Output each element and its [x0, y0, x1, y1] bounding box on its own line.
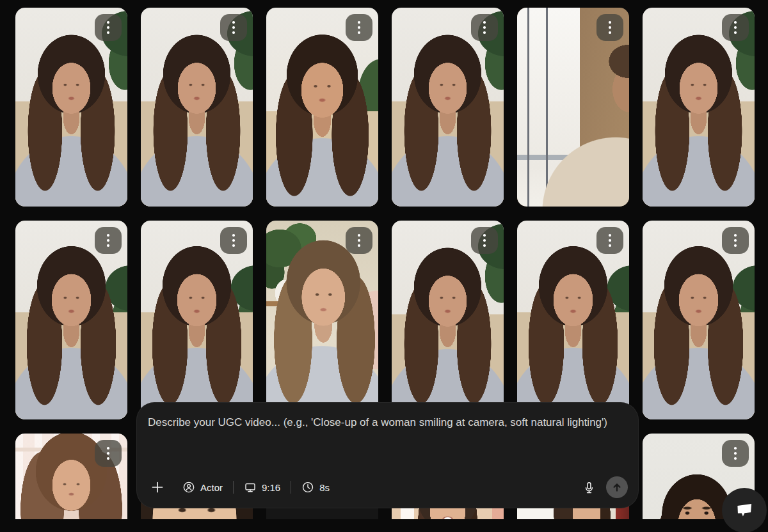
app-root: Describe your UGC video... (e.g., 'Close…: [0, 0, 768, 532]
card-menu-button[interactable]: [596, 14, 623, 41]
prompt-box: Describe your UGC video... (e.g., 'Close…: [136, 402, 639, 508]
actor-select[interactable]: Actor: [180, 481, 225, 494]
card-menu-button[interactable]: [220, 14, 247, 41]
chat-bubble-icon: [733, 499, 756, 522]
video-card[interactable]: [266, 221, 378, 419]
card-menu-button[interactable]: [220, 227, 247, 254]
kebab-menu-icon: [107, 452, 109, 455]
kebab-menu-icon: [609, 26, 611, 29]
video-card[interactable]: [517, 221, 629, 419]
kebab-menu-icon: [358, 239, 360, 242]
video-card[interactable]: [15, 221, 127, 419]
plus-icon: [150, 480, 164, 494]
clock-icon: [301, 481, 314, 494]
chat-widget-button[interactable]: [722, 488, 767, 532]
aspect-ratio-select[interactable]: 9:16: [241, 481, 283, 494]
microphone-icon: [582, 481, 596, 494]
card-menu-button[interactable]: [596, 227, 623, 254]
actor-label: Actor: [200, 482, 223, 493]
video-card[interactable]: [141, 8, 253, 207]
kebab-menu-icon: [734, 239, 737, 242]
arrow-up-icon: [611, 481, 623, 493]
video-card[interactable]: [643, 8, 755, 207]
card-menu-button[interactable]: [95, 14, 122, 41]
aspect-ratio-label: 9:16: [262, 482, 280, 493]
kebab-menu-icon: [232, 239, 235, 242]
card-menu-button[interactable]: [346, 14, 372, 41]
divider: [291, 481, 291, 494]
divider: [233, 481, 234, 494]
video-card[interactable]: [15, 434, 127, 519]
kebab-menu-icon: [734, 26, 737, 29]
card-menu-button[interactable]: [722, 440, 749, 467]
card-menu-button[interactable]: [722, 14, 749, 41]
kebab-menu-icon: [358, 26, 360, 29]
video-card[interactable]: [643, 221, 755, 419]
card-menu-button[interactable]: [346, 227, 372, 254]
mic-button[interactable]: [582, 481, 596, 494]
kebab-menu-icon: [609, 239, 611, 242]
person-circle-icon: [182, 481, 195, 494]
video-card[interactable]: [266, 8, 378, 207]
card-menu-button[interactable]: [95, 227, 122, 254]
video-card[interactable]: [141, 221, 253, 419]
duration-label: 8s: [319, 482, 330, 493]
card-menu-button[interactable]: [722, 227, 749, 254]
prompt-controls: Actor 9:16 8s: [150, 476, 628, 498]
kebab-menu-icon: [483, 26, 486, 29]
kebab-menu-icon: [107, 26, 109, 29]
duration-select[interactable]: 8s: [299, 481, 332, 494]
card-menu-button[interactable]: [471, 227, 498, 254]
kebab-menu-icon: [107, 239, 109, 242]
video-card[interactable]: [15, 8, 127, 207]
kebab-menu-icon: [232, 26, 235, 29]
monitor-icon: [244, 481, 257, 494]
video-card[interactable]: [392, 8, 504, 207]
submit-button[interactable]: [606, 476, 628, 498]
video-card[interactable]: [517, 8, 629, 207]
card-menu-button[interactable]: [95, 440, 122, 467]
kebab-menu-icon: [483, 239, 486, 242]
prompt-input[interactable]: Describe your UGC video... (e.g., 'Close…: [148, 414, 625, 431]
kebab-menu-icon: [734, 452, 737, 455]
card-menu-button[interactable]: [471, 14, 498, 41]
video-card[interactable]: [392, 221, 504, 419]
add-button[interactable]: [150, 480, 164, 494]
